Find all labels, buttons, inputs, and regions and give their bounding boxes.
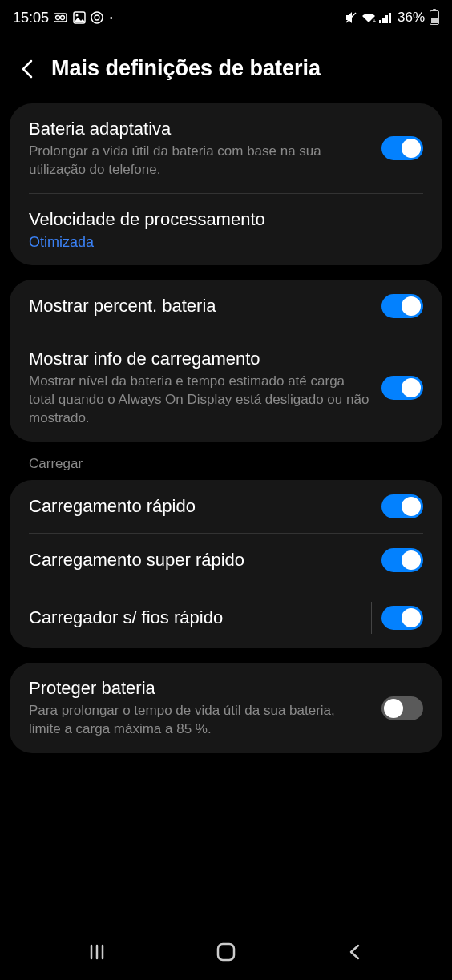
row-super-fast-charging[interactable]: Carregamento super rápido [10, 534, 442, 587]
processing-speed-value: Otimizada [29, 234, 423, 251]
content-area: Bateria adaptativa Prolongar a vida útil… [0, 103, 452, 753]
svg-point-4 [76, 14, 79, 17]
recents-button[interactable] [83, 938, 111, 966]
row-wireless-fast-charging[interactable]: Carregador s/ fios rápido [10, 587, 442, 648]
home-button[interactable] [212, 938, 240, 966]
super-fast-charging-title: Carregamento super rápido [29, 549, 370, 572]
wifi-icon: + [361, 11, 377, 24]
protect-battery-toggle[interactable] [381, 696, 423, 720]
vertical-divider [371, 602, 372, 634]
processing-speed-title: Velocidade de processamento [29, 208, 423, 232]
status-right: + 36% [344, 10, 439, 26]
card-display: Mostrar percent. bateria Mostrar info de… [10, 280, 442, 442]
row-show-charge-info[interactable]: Mostrar info de carregamento Mostrar nív… [10, 333, 442, 442]
svg-text:+: + [373, 18, 376, 24]
back-button[interactable] [16, 58, 38, 80]
protect-battery-desc: Para prolongar o tempo de vida útil da s… [29, 702, 370, 739]
protect-battery-title: Proteger bateria [29, 677, 370, 700]
status-left: 15:05 • [13, 10, 113, 26]
svg-point-2 [61, 16, 65, 20]
chrome-icon [91, 11, 103, 24]
image-icon [73, 11, 86, 24]
svg-rect-16 [218, 944, 234, 960]
signal-icon [379, 12, 393, 23]
svg-rect-9 [379, 20, 381, 23]
back-nav-button[interactable] [341, 938, 369, 966]
svg-point-1 [56, 16, 60, 20]
adaptive-battery-desc: Prolongar a vida útil da bateria com bas… [29, 143, 370, 179]
row-show-percentage[interactable]: Mostrar percent. bateria [10, 280, 442, 333]
page-title: Mais definições de bateria [51, 56, 321, 81]
battery-icon [430, 10, 439, 25]
fast-charging-toggle[interactable] [381, 494, 423, 518]
wireless-fast-charging-title: Carregador s/ fios rápido [29, 607, 360, 630]
svg-rect-10 [382, 18, 385, 23]
show-percentage-toggle[interactable] [381, 294, 423, 318]
svg-point-6 [95, 15, 99, 20]
adaptive-battery-title: Bateria adaptativa [29, 118, 370, 141]
navigation-bar [0, 932, 452, 980]
status-time: 15:05 [13, 10, 49, 26]
card-general: Bateria adaptativa Prolongar a vida útil… [10, 103, 442, 265]
section-label-charging: Carregar [10, 456, 442, 480]
row-processing-speed[interactable]: Velocidade de processamento Otimizada [10, 194, 442, 265]
row-fast-charging[interactable]: Carregamento rápido [10, 480, 442, 533]
status-bar: 15:05 • + 36% [0, 0, 452, 32]
mute-icon [344, 10, 358, 25]
card-protect: Proteger bateria Para prolongar o tempo … [10, 663, 442, 752]
voicemail-icon [54, 13, 68, 22]
show-percentage-title: Mostrar percent. bateria [29, 295, 370, 318]
dot-icon: • [110, 14, 113, 22]
battery-percentage: 36% [398, 10, 425, 26]
page-header: Mais definições de bateria [0, 32, 452, 103]
row-adaptive-battery[interactable]: Bateria adaptativa Prolongar a vida útil… [10, 103, 442, 193]
svg-point-5 [91, 12, 103, 23]
svg-rect-11 [385, 15, 388, 23]
adaptive-battery-toggle[interactable] [381, 136, 423, 160]
svg-rect-12 [389, 13, 391, 23]
show-charge-desc: Mostrar nível da bateria e tempo estimad… [29, 373, 370, 428]
card-charging: Carregamento rápido Carregamento super r… [10, 480, 442, 648]
show-charge-toggle[interactable] [381, 376, 423, 400]
super-fast-charging-toggle[interactable] [381, 548, 423, 572]
row-protect-battery[interactable]: Proteger bateria Para prolongar o tempo … [10, 663, 442, 752]
show-charge-title: Mostrar info de carregamento [29, 348, 370, 371]
fast-charging-title: Carregamento rápido [29, 495, 370, 518]
wireless-fast-charging-toggle[interactable] [381, 606, 423, 630]
